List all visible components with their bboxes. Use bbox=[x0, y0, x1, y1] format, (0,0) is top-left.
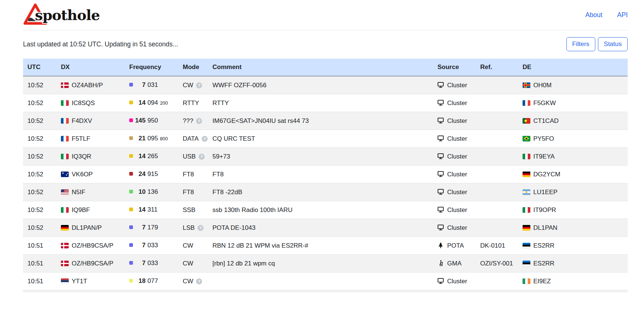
freq-khz: 311 bbox=[147, 206, 157, 213]
freq-khz: 950 bbox=[147, 117, 158, 124]
dx-callsign: IC8SQS bbox=[72, 99, 95, 107]
mode-label: FT8 bbox=[183, 189, 194, 196]
flag-fr-icon bbox=[61, 136, 69, 141]
column-header-ref: Ref. bbox=[476, 59, 518, 76]
band-indicator bbox=[129, 154, 133, 158]
mode-help-icon[interactable]: ? bbox=[196, 82, 202, 88]
band-indicator bbox=[129, 243, 133, 247]
de-callsign: ES2RR bbox=[533, 242, 554, 249]
spot-row: 10:51 V6D 3573 FT8 FT8 Cluster JI2KDZ bbox=[23, 290, 628, 293]
mode-label: CW bbox=[183, 260, 193, 267]
mode-label: CW bbox=[183, 82, 193, 89]
column-header-de: DE bbox=[518, 59, 628, 76]
monitor-icon bbox=[438, 206, 444, 213]
mode-help-icon[interactable]: ? bbox=[199, 154, 205, 160]
spot-row: 10:52 DL1PAN/P 7179 LSB? POTA DE-1043 Cl… bbox=[23, 219, 628, 237]
source-label: Cluster bbox=[447, 117, 467, 124]
flag-rs-icon bbox=[61, 278, 69, 284]
de-callsign: IT9OPR bbox=[533, 206, 556, 213]
ref-cell bbox=[476, 130, 518, 148]
spot-row: 10:52 N5IF 10136 FT8 FT8 -22dB Cluster L… bbox=[23, 183, 628, 201]
mode-help-icon[interactable]: ? bbox=[196, 118, 202, 124]
comment-cell: IM67GE<SAT>JN04IU sat rs44 73 bbox=[208, 112, 433, 130]
mode-label: CW bbox=[183, 242, 193, 249]
flag-ie-icon bbox=[523, 278, 530, 284]
mode-label: ??? bbox=[183, 117, 193, 124]
monitor-icon bbox=[438, 135, 444, 141]
utc-cell: 10:52 bbox=[23, 166, 56, 183]
freq-hz: 200 bbox=[160, 100, 168, 106]
comment-cell: CQ URC TEST bbox=[208, 130, 433, 148]
column-header-frequency: Frequency bbox=[125, 59, 178, 76]
de-callsign: F5GKW bbox=[533, 99, 556, 107]
status-bar: Last updated at 10:52 UTC. Updating in 5… bbox=[23, 37, 628, 51]
freq-mhz: 7 bbox=[133, 223, 146, 232]
freq-mhz: 7 bbox=[133, 259, 146, 268]
dx-callsign: YT1T bbox=[72, 278, 87, 285]
freq-khz: 033 bbox=[147, 242, 158, 249]
mode-help-icon[interactable]: ? bbox=[198, 225, 204, 231]
spot-row: 10:52 IQ9BF 14311 SSB ssb 130th Radio 10… bbox=[23, 201, 628, 219]
mode-label: FT8 bbox=[183, 171, 194, 178]
de-callsign: DG2YCM bbox=[533, 171, 560, 178]
dx-callsign: F4DXV bbox=[72, 117, 92, 124]
spot-rows: 10:52 OZ4ABH/P 7031 CW? WWFF OZFF-0056 C… bbox=[23, 76, 628, 293]
freq-mhz: 14 bbox=[133, 98, 146, 107]
ref-cell bbox=[476, 273, 518, 290]
mode-help-icon[interactable]: ? bbox=[196, 278, 202, 284]
freq-mhz: 14 bbox=[133, 205, 146, 214]
flag-de-icon bbox=[523, 225, 530, 231]
ref-cell bbox=[476, 112, 518, 130]
freq-mhz: 7 bbox=[133, 81, 146, 89]
mode-help-icon[interactable]: ? bbox=[202, 136, 208, 142]
flag-it-icon bbox=[61, 154, 69, 159]
flag-it-icon bbox=[61, 207, 69, 213]
top-header: spothole About API bbox=[23, 0, 628, 30]
freq-khz: 136 bbox=[147, 188, 158, 195]
viewport: spothole About API Last updated at 10:52… bbox=[0, 0, 644, 293]
freq-khz: 094 bbox=[147, 99, 158, 106]
source-label: GMA bbox=[447, 260, 462, 267]
ref-cell bbox=[476, 166, 518, 183]
source-label: Cluster bbox=[447, 82, 467, 89]
freq-khz: 915 bbox=[147, 170, 158, 177]
de-callsign: ES2RR bbox=[533, 260, 554, 267]
freq-mhz: 145 bbox=[133, 116, 146, 125]
dx-callsign: IQ9BF bbox=[72, 206, 90, 213]
flag-de-icon bbox=[61, 225, 69, 231]
de-callsign: IT9EYA bbox=[533, 153, 554, 160]
dx-callsign: F5TLF bbox=[72, 135, 90, 142]
band-indicator bbox=[129, 190, 133, 193]
nav-link-api[interactable]: API bbox=[617, 11, 628, 19]
tree-icon bbox=[438, 242, 444, 248]
utc-cell: 10:52 bbox=[23, 94, 56, 112]
nav-link-about[interactable]: About bbox=[585, 11, 602, 19]
band-indicator bbox=[129, 261, 133, 265]
de-callsign: OH0M bbox=[533, 82, 552, 89]
dx-callsign: IQ3QR bbox=[72, 153, 91, 160]
flag-fr-icon bbox=[61, 118, 69, 124]
flag-br-icon bbox=[523, 136, 530, 141]
brand-logo-link[interactable]: spothole bbox=[23, 3, 100, 27]
freq-mhz: 21 bbox=[133, 134, 146, 143]
table-header-row: UTC DX Frequency Mode Comment Source Ref… bbox=[23, 59, 628, 76]
filters-button[interactable]: Filters bbox=[566, 37, 595, 51]
status-button[interactable]: Status bbox=[598, 37, 628, 51]
top-nav: About API bbox=[585, 11, 628, 19]
band-indicator bbox=[129, 101, 133, 104]
flag-ar-icon bbox=[523, 189, 530, 195]
mode-label: SSB bbox=[183, 206, 195, 213]
flag-ee-icon bbox=[523, 261, 530, 266]
flag-it-icon bbox=[523, 207, 530, 213]
utc-cell: 10:52 bbox=[23, 148, 56, 166]
spot-row: 10:51 OZ/HB9CSA/P 7033 CW [rbn] 12 db 21… bbox=[23, 255, 628, 273]
ref-cell bbox=[476, 183, 518, 201]
de-callsign: DL1PAN bbox=[533, 224, 557, 231]
freq-khz: 077 bbox=[147, 277, 158, 284]
freq-khz: 265 bbox=[147, 153, 158, 160]
comment-cell: RTTY bbox=[208, 94, 433, 112]
flag-pt-icon bbox=[523, 118, 530, 124]
spot-row: 10:51 YT1T 18077 CW? Cluster EI9EZ bbox=[23, 273, 628, 290]
source-label: Cluster bbox=[447, 171, 467, 178]
band-indicator bbox=[129, 225, 133, 229]
